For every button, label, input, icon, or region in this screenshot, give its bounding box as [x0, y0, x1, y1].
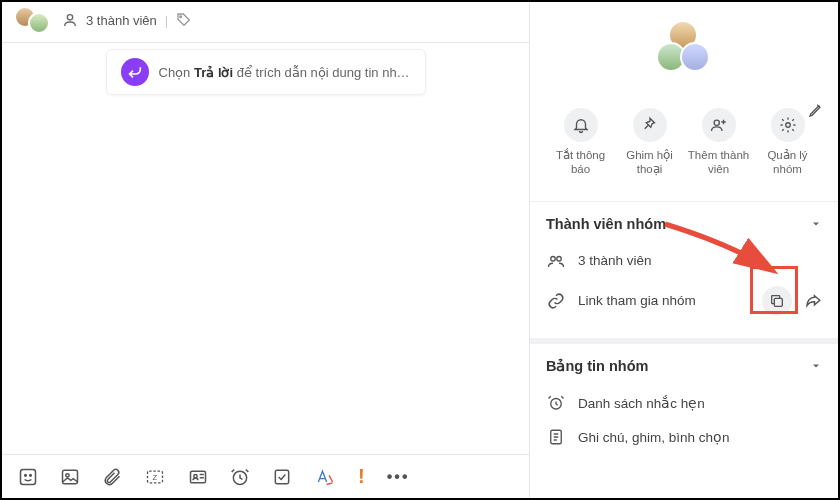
pin-icon — [633, 108, 667, 142]
reminders-row[interactable]: Danh sách nhắc hẹn — [546, 386, 822, 420]
tag-icon[interactable] — [176, 12, 192, 28]
note-icon — [546, 428, 566, 446]
chat-header: 3 thành viên | — [2, 2, 529, 43]
share-link-button[interactable] — [804, 292, 822, 310]
svg-point-3 — [25, 474, 27, 476]
svg-point-13 — [714, 120, 719, 125]
members-icon — [546, 252, 566, 270]
svg-point-0 — [67, 15, 72, 20]
link-icon — [546, 292, 566, 310]
contact-card-icon[interactable] — [188, 467, 208, 487]
reply-hint-text: Chọn Trả lời để trích dẫn nội dung tin n… — [159, 65, 411, 80]
svg-rect-5 — [63, 470, 78, 483]
svg-point-10 — [194, 474, 197, 477]
svg-rect-9 — [191, 471, 206, 483]
mute-action[interactable]: Tắt thông báo — [546, 108, 615, 177]
svg-point-14 — [785, 123, 790, 128]
add-member-icon — [702, 108, 736, 142]
separator: | — [165, 13, 168, 28]
copy-link-button[interactable] — [762, 286, 792, 316]
task-icon[interactable] — [272, 467, 292, 487]
invite-link-label[interactable]: Link tham gia nhóm — [578, 293, 696, 308]
members-icon — [62, 12, 78, 28]
svg-rect-17 — [774, 298, 782, 306]
member-count-row[interactable]: 3 thành viên — [546, 244, 822, 278]
sticker-icon[interactable] — [18, 467, 38, 487]
svg-point-6 — [66, 473, 69, 476]
svg-point-4 — [30, 474, 32, 476]
info-pane: Tắt thông báo Ghim hội thoại Thêm thành … — [530, 2, 838, 498]
reply-hint-banner: Chọn Trả lời để trích dẫn nội dung tin n… — [106, 49, 426, 95]
edit-name-icon[interactable] — [808, 102, 824, 118]
board-section: Bảng tin nhóm Danh sách nhắc hẹn Ghi chú… — [530, 344, 838, 468]
group-avatar-large[interactable] — [656, 20, 712, 76]
reply-badge-icon — [121, 58, 149, 86]
attachment-icon[interactable] — [102, 467, 122, 487]
format-text-icon[interactable] — [314, 467, 336, 487]
alarm-icon — [546, 394, 566, 412]
priority-icon[interactable]: ! — [358, 465, 365, 488]
copy-icon — [769, 293, 785, 309]
member-count-label: 3 thành viên — [86, 13, 157, 28]
notes-row[interactable]: Ghi chú, ghim, bình chọn — [546, 420, 822, 454]
invite-link-row: Link tham gia nhóm — [546, 278, 822, 324]
reminder-clock-icon[interactable] — [230, 467, 250, 487]
action-row: Tắt thông báo Ghim hội thoại Thêm thành … — [542, 80, 826, 187]
composer-toolbar: Z ! ••• — [2, 454, 529, 498]
bell-icon — [564, 108, 598, 142]
info-top: Tắt thông báo Ghim hội thoại Thêm thành … — [530, 2, 838, 202]
more-icon[interactable]: ••• — [387, 468, 410, 486]
svg-text:Z: Z — [153, 473, 158, 482]
members-section: Thành viên nhóm 3 thành viên Link tham g… — [530, 202, 838, 344]
svg-point-15 — [551, 256, 556, 261]
pin-action[interactable]: Ghim hội thoại — [615, 108, 684, 177]
svg-rect-12 — [275, 470, 288, 483]
svg-rect-2 — [21, 469, 36, 484]
svg-point-16 — [557, 256, 562, 261]
chevron-down-icon — [810, 218, 822, 230]
board-section-header[interactable]: Bảng tin nhóm — [546, 358, 822, 374]
members-section-header[interactable]: Thành viên nhóm — [546, 216, 822, 232]
screenshot-icon[interactable]: Z — [144, 467, 166, 487]
chevron-down-icon — [810, 360, 822, 372]
manage-action[interactable]: Quản lý nhóm — [753, 108, 822, 177]
chat-pane: 3 thành viên | Chọn Trả lời để trích dẫn… — [2, 2, 530, 498]
group-avatar-small[interactable] — [14, 6, 54, 34]
image-icon[interactable] — [60, 467, 80, 487]
add-member-action[interactable]: Thêm thành viên — [684, 108, 753, 177]
gear-icon — [771, 108, 805, 142]
svg-point-1 — [180, 16, 182, 18]
chat-body — [2, 95, 529, 454]
